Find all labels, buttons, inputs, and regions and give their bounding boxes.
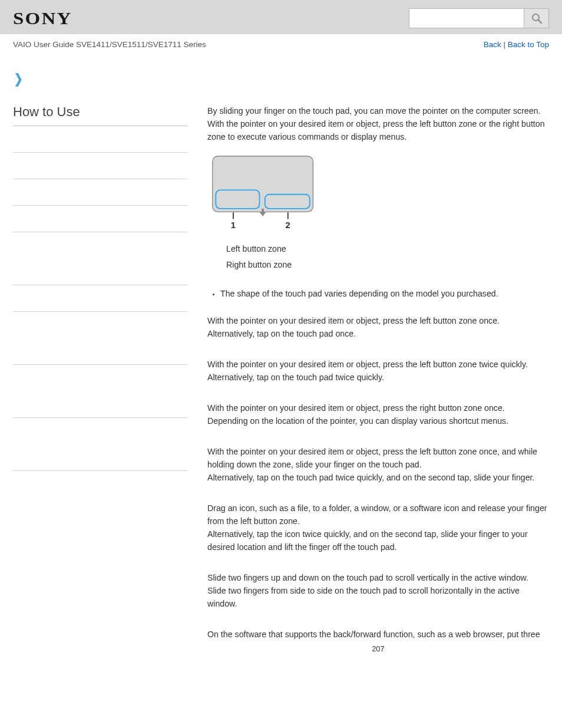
section-line: Drag an icon, such as a file, to a folde… xyxy=(207,502,549,528)
back-link[interactable]: Back xyxy=(484,40,501,49)
sidebar: How to Use xyxy=(13,104,187,673)
section-drag: With the pointer on your desired item or… xyxy=(207,445,549,484)
section-line: With the pointer on your desired item or… xyxy=(207,445,549,471)
section-line: Alternatively, tap on the touch pad once… xyxy=(207,327,549,340)
sidebar-gap xyxy=(13,312,187,338)
sidebar-item[interactable] xyxy=(13,391,187,418)
search-box xyxy=(409,8,549,28)
main-content: By sliding your finger on the touch pad,… xyxy=(207,104,549,673)
nav-links: Back | Back to Top xyxy=(484,40,549,49)
section-line: Alternatively, tap on the touch pad twic… xyxy=(207,471,549,484)
note-item: The shape of the touch pad varies depend… xyxy=(220,287,549,300)
sidebar-item[interactable] xyxy=(13,153,187,179)
sidebar-gap xyxy=(13,232,187,259)
search-icon xyxy=(531,12,543,24)
nav-sep: | xyxy=(501,40,508,49)
sidebar-item[interactable] xyxy=(13,338,187,365)
section-line: Slide two fingers up and down on the tou… xyxy=(207,571,549,584)
search-button[interactable] xyxy=(524,8,549,28)
intro-paragraph: By sliding your finger on the touch pad,… xyxy=(207,104,549,143)
sidebar-item[interactable] xyxy=(13,126,187,153)
section-line: With the pointer on your desired item or… xyxy=(207,358,549,371)
section-dragdrop: Drag an icon, such as a file, to a folde… xyxy=(207,502,549,554)
section-click: With the pointer on your desired item or… xyxy=(207,314,549,340)
back-to-top-link[interactable]: Back to Top xyxy=(508,40,549,49)
svg-line-1 xyxy=(538,20,541,23)
diagram-legend: Left button zone Right button zone xyxy=(226,241,549,273)
sidebar-item[interactable] xyxy=(13,259,187,285)
page-number: 207 xyxy=(207,641,549,661)
sidebar-gap xyxy=(13,365,187,391)
section-line: Alternatively, tap the icon twice quickl… xyxy=(207,528,549,554)
touchpad-svg: 1 2 xyxy=(207,155,319,230)
section-scroll: Slide two fingers up and down on the tou… xyxy=(207,571,549,610)
section-line: With the pointer on your desired item or… xyxy=(207,401,549,414)
svg-text:2: 2 xyxy=(286,220,290,230)
section-doubleclick: With the pointer on your desired item or… xyxy=(207,358,549,384)
sidebar-title: How to Use xyxy=(13,104,187,126)
notes-list: The shape of the touch pad varies depend… xyxy=(207,287,549,300)
search-input[interactable] xyxy=(409,8,524,28)
section-line: Alternatively, tap on the touch pad twic… xyxy=(207,371,549,384)
content-area: How to Use By sliding your finger on the… xyxy=(0,87,562,673)
touchpad-diagram: 1 2 xyxy=(207,155,549,234)
section-rightclick: With the pointer on your desired item or… xyxy=(207,401,549,427)
section-line: Depending on the location of the pointer… xyxy=(207,414,549,427)
legend-item-1: Left button zone xyxy=(226,241,549,257)
legend-item-2: Right button zone xyxy=(226,257,549,273)
sidebar-item[interactable] xyxy=(13,179,187,206)
sony-logo: SONY xyxy=(13,8,72,28)
sidebar-item[interactable] xyxy=(13,206,187,232)
topbar-below: VAIO User Guide SVE1411/SVE1511/SVE1711 … xyxy=(0,34,562,54)
chevron-row: ❯ xyxy=(0,54,562,87)
section-line: Slide two fingers from side to side on t… xyxy=(207,584,549,610)
section-backforward: On the software that supports the back/f… xyxy=(207,628,549,641)
section-line: On the software that supports the back/f… xyxy=(207,628,549,641)
svg-text:1: 1 xyxy=(231,220,236,230)
sidebar-item[interactable] xyxy=(13,444,187,471)
sidebar-gap xyxy=(13,418,187,444)
chevron-right-icon: ❯ xyxy=(14,71,22,87)
svg-rect-2 xyxy=(213,156,313,212)
section-line: With the pointer on your desired item or… xyxy=(207,314,549,327)
breadcrumb: VAIO User Guide SVE1411/SVE1511/SVE1711 … xyxy=(13,40,206,49)
header-bar: SONY xyxy=(0,0,562,34)
sidebar-item[interactable] xyxy=(13,285,187,312)
